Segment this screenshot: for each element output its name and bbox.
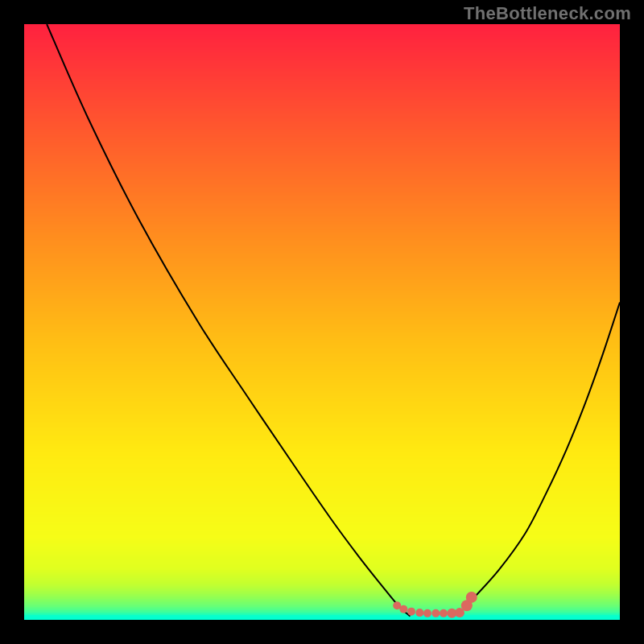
- gradient-band: [24, 618, 620, 620]
- chart-frame: TheBottleneck.com: [0, 0, 644, 644]
- marker-dot: [415, 609, 423, 617]
- marker-dot: [423, 609, 431, 617]
- marker-dot: [399, 605, 407, 613]
- marker-dot: [431, 609, 440, 617]
- marker-dot: [466, 592, 477, 603]
- chart-svg: [24, 24, 620, 620]
- marker-dot: [440, 609, 448, 617]
- background-gradient: [24, 24, 620, 620]
- marker-dot: [407, 608, 415, 616]
- watermark-text: TheBottleneck.com: [464, 3, 631, 24]
- plot-area: [24, 24, 620, 620]
